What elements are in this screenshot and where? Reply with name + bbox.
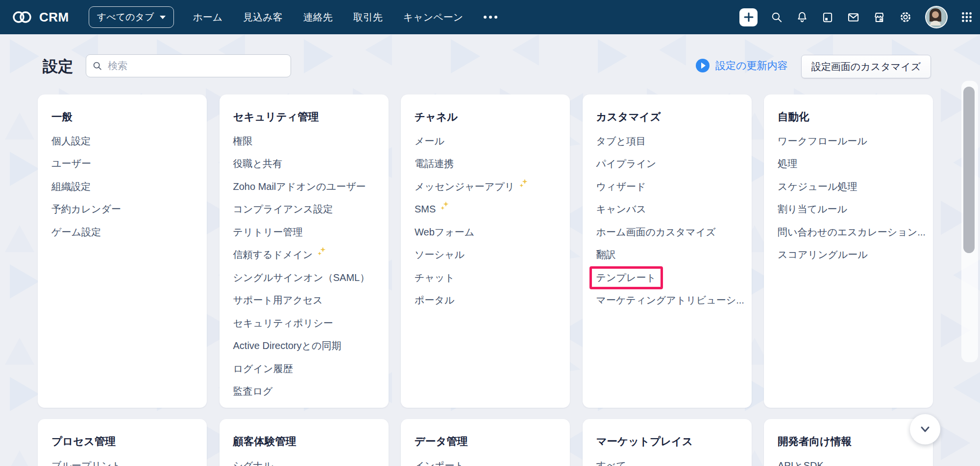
card-item-list: ワークフロールール処理スケジュール処理割り当てルール問い合わせのエスカレーション…: [778, 130, 919, 266]
settings-item-link[interactable]: 役職と共有: [233, 157, 282, 170]
create-plus-button[interactable]: [739, 8, 758, 26]
settings-gear-icon[interactable]: [899, 10, 912, 24]
settings-item: Webフォーム: [415, 221, 556, 244]
settings-item-link[interactable]: SMS: [415, 204, 436, 215]
brand[interactable]: CRM: [11, 10, 69, 25]
settings-item-link[interactable]: ホーム画面のカスタマイズ: [596, 226, 716, 239]
settings-item-link[interactable]: ワークフロールール: [778, 135, 867, 148]
card-item-list: すべて: [596, 454, 738, 466]
settings-item-link[interactable]: ソーシャル: [415, 248, 465, 261]
settings-item: 処理: [778, 153, 919, 176]
settings-item: 組織設定: [51, 175, 193, 198]
settings-item-link[interactable]: ポータル: [415, 294, 454, 307]
settings-item-link[interactable]: Active Directoryとの同期: [233, 339, 342, 352]
search-icon[interactable]: [770, 11, 783, 23]
settings-item-link[interactable]: サポート用アクセス: [233, 294, 323, 307]
settings-item-link[interactable]: スケジュール処理: [778, 180, 857, 193]
settings-item-link[interactable]: 個人設定: [51, 135, 91, 148]
settings-card: マーケットプレイス すべて: [583, 419, 752, 466]
settings-item-link[interactable]: 割り当てルール: [778, 203, 847, 216]
settings-item-link[interactable]: 問い合わせのエスカレーション...: [778, 226, 926, 239]
notifications-bell-icon[interactable]: [796, 11, 808, 23]
settings-item-link[interactable]: テンプレート: [589, 266, 663, 289]
settings-item-link[interactable]: 監査ログ: [233, 385, 273, 398]
mail-icon[interactable]: [847, 11, 860, 24]
card-item-list: APIとSDK: [778, 454, 919, 466]
settings-updates-link[interactable]: 設定の更新内容: [695, 58, 788, 73]
settings-item-link[interactable]: 信頼するドメイン: [233, 248, 313, 261]
settings-item-link[interactable]: セキュリティポリシー: [233, 317, 333, 330]
settings-item-link[interactable]: Zoho Mailアドオンのユーザー: [233, 180, 366, 193]
settings-item: 翻訳: [596, 244, 738, 267]
settings-card: 一般 個人設定ユーザー組織設定予約カレンダーゲーム設定: [38, 94, 207, 408]
card-title: 開発者向け情報: [778, 435, 919, 448]
settings-item-link[interactable]: テリトリー管理: [233, 226, 303, 239]
settings-item-link[interactable]: シグナル: [233, 459, 273, 466]
settings-item-link[interactable]: タブと項目: [596, 135, 646, 148]
settings-item: セキュリティポリシー: [233, 312, 375, 335]
nav-link-0[interactable]: ホーム: [193, 11, 222, 24]
settings-item-link[interactable]: チャット: [415, 271, 455, 284]
settings-item-link[interactable]: メッセンジャーアプリ: [415, 180, 514, 193]
settings-card: カスタマイズ タブと項目パイプラインウィザードキャンバスホーム画面のカスタマイズ…: [583, 94, 752, 408]
settings-item: ソーシャル: [415, 244, 556, 267]
user-avatar[interactable]: [925, 6, 948, 28]
settings-item-link[interactable]: 予約カレンダー: [51, 203, 121, 216]
settings-item: すべて: [596, 454, 738, 466]
settings-item-link[interactable]: 組織設定: [51, 180, 91, 193]
settings-item: タブと項目: [596, 130, 738, 153]
settings-item: キャンバス: [596, 198, 738, 221]
settings-item-link[interactable]: マーケティングアトリビューシ...: [596, 294, 744, 307]
settings-item-link[interactable]: ゲーム設定: [51, 226, 101, 239]
card-title: 自動化: [778, 111, 919, 123]
settings-item: 予約カレンダー: [51, 198, 193, 221]
sparkle-icon: [439, 200, 450, 211]
scroll-down-button[interactable]: [910, 414, 940, 444]
settings-item-link[interactable]: Webフォーム: [415, 226, 474, 239]
settings-item-link[interactable]: パイプライン: [596, 157, 657, 170]
card-title: セキュリティ管理: [233, 111, 375, 123]
zoho-logo-icon: [11, 10, 33, 24]
settings-item: メッセンジャーアプリ: [415, 175, 556, 198]
settings-item-link[interactable]: ユーザー: [51, 157, 91, 170]
chevron-down-icon: [160, 16, 166, 19]
nav-link-2[interactable]: 連絡先: [303, 11, 333, 24]
settings-item-link[interactable]: APIとSDK: [778, 459, 824, 466]
settings-item: SMS: [415, 198, 556, 221]
nav-link-4[interactable]: キャンペーン: [403, 11, 463, 24]
card-item-list: シグナル: [233, 454, 375, 466]
settings-item-link[interactable]: ログイン履歴: [233, 362, 293, 375]
settings-card: プロセス管理 ブループリント: [38, 419, 207, 466]
apps-grid-icon[interactable]: [960, 11, 973, 23]
settings-item-link[interactable]: シングルサインオン（SAML）: [233, 271, 370, 284]
settings-item: メール: [415, 130, 556, 153]
nav-link-1[interactable]: 見込み客: [243, 11, 282, 24]
settings-item-link[interactable]: 権限: [233, 135, 253, 148]
settings-card: チャネル メール電話連携メッセンジャーアプリ SMS Webフォームソーシャルチ…: [401, 94, 570, 408]
settings-item-link[interactable]: 処理: [778, 157, 797, 170]
settings-item-link[interactable]: ウィザード: [596, 180, 646, 193]
settings-item-link[interactable]: キャンバス: [596, 203, 646, 216]
marketplace-store-icon[interactable]: [873, 11, 886, 24]
search-input[interactable]: [107, 60, 285, 72]
settings-item-link[interactable]: メール: [415, 135, 444, 148]
customize-settings-button[interactable]: 設定画面のカスタマイズ: [801, 55, 931, 78]
all-tabs-dropdown[interactable]: すべてのタブ: [89, 6, 174, 28]
scrollbar-thumb[interactable]: [963, 87, 975, 253]
settings-item: APIとSDK: [778, 454, 919, 466]
settings-item: 割り当てルール: [778, 198, 919, 221]
settings-item: マーケティングアトリビューシ...: [596, 289, 738, 312]
settings-item-link[interactable]: すべて: [596, 459, 626, 466]
settings-item: インポート: [415, 454, 556, 466]
settings-updates-label: 設定の更新内容: [715, 59, 788, 72]
settings-item-link[interactable]: 翻訳: [596, 248, 616, 261]
settings-item-link[interactable]: コンプライアンス設定: [233, 203, 333, 216]
settings-item-link[interactable]: スコアリングルール: [778, 248, 868, 261]
settings-item-link[interactable]: 電話連携: [415, 157, 454, 170]
calendar-icon[interactable]: [821, 11, 834, 23]
settings-item: ゲーム設定: [51, 221, 193, 244]
nav-link-3[interactable]: 取引先: [353, 11, 383, 24]
settings-item-link[interactable]: ブループリント: [51, 459, 122, 466]
settings-item-link[interactable]: インポート: [415, 459, 465, 466]
more-tabs-icon[interactable]: [484, 16, 497, 19]
